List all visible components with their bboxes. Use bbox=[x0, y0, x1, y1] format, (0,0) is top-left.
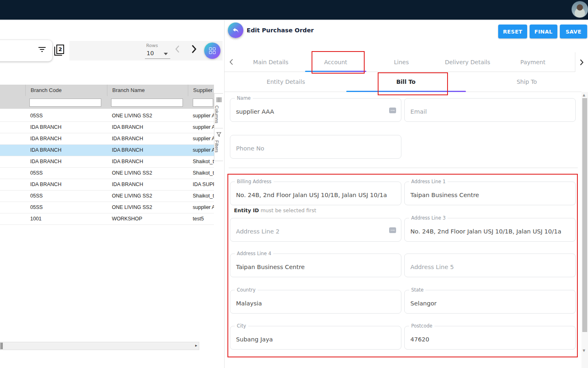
entity-id-helper-bold: Entity ID bbox=[234, 207, 259, 213]
pagination-toolbar: Rows 10 bbox=[69, 41, 223, 61]
horizontal-scrollbar[interactable]: ▸ bbox=[0, 342, 199, 350]
grid-view-button[interactable] bbox=[204, 43, 220, 59]
branch-name-filter-input[interactable] bbox=[111, 99, 183, 107]
column-header-supplier[interactable]: Supplier I bbox=[188, 85, 214, 96]
vertical-scrollbar-thumb[interactable] bbox=[582, 98, 587, 332]
cell-branch-name: IDA BRANCH bbox=[107, 156, 188, 167]
cell-branch-code: 05SS bbox=[25, 168, 107, 179]
horizontal-scrollbar-thumb[interactable] bbox=[0, 343, 3, 349]
back-button[interactable] bbox=[228, 22, 243, 38]
table-row[interactable]: 05SS ONE LIVING SS2 Shaikot_te bbox=[0, 168, 214, 179]
cell-branch-code: 05SS bbox=[25, 191, 107, 202]
grid-icon bbox=[209, 47, 216, 54]
cell-branch-name: IDA BRANCH bbox=[107, 179, 188, 190]
branch-list-panel: 2 Rows 10 Branch Code Branch Name Suppli… bbox=[0, 20, 224, 368]
tabs-scroll-right-icon[interactable] bbox=[575, 52, 588, 72]
address-line-1-field: Address Line 1 bbox=[404, 182, 576, 205]
scroll-down-arrow-icon[interactable]: ▼ bbox=[583, 349, 585, 352]
previous-page-button[interactable] bbox=[175, 45, 180, 55]
filters-funnel-icon bbox=[216, 132, 221, 137]
postcode-field: Postcode bbox=[404, 326, 576, 350]
column-header-branch-code[interactable]: Branch Code bbox=[25, 85, 107, 96]
entity-id-helper-text: Entity ID must be selected first bbox=[234, 207, 316, 213]
columns-toggle[interactable]: Columns bbox=[214, 94, 223, 128]
billing-address-input[interactable] bbox=[230, 182, 401, 205]
cell-branch-code: IDA BRANCH bbox=[25, 179, 107, 190]
cell-supplier: supplier A bbox=[188, 110, 214, 121]
cell-supplier: Shaikot_te bbox=[188, 156, 214, 167]
cell-supplier: supplier A bbox=[188, 122, 214, 133]
table-row[interactable]: IDA BRANCH IDA BRANCH supplier A bbox=[0, 122, 214, 133]
final-button[interactable]: FINAL bbox=[530, 25, 557, 38]
cell-branch-name: ONE LIVING SS2 bbox=[107, 202, 188, 213]
cell-branch-name: IDA BRANCH bbox=[107, 145, 188, 156]
name-input[interactable] bbox=[230, 99, 401, 121]
chevron-down-icon bbox=[164, 53, 168, 55]
address-line-1-input[interactable] bbox=[405, 182, 575, 205]
phone-input[interactable] bbox=[230, 135, 401, 158]
address-line-4-field: Address Line 4 bbox=[230, 254, 401, 277]
top-navigation-bar bbox=[0, 0, 588, 20]
table-row-selected[interactable]: IDA BRANCH IDA BRANCH supplier A bbox=[0, 145, 214, 156]
cell-branch-name: IDA BRANCH bbox=[107, 133, 188, 144]
table-row[interactable]: IDA BRANCH IDA BRANCH IDA SUPP bbox=[0, 179, 214, 191]
cell-branch-code: 05SS bbox=[25, 202, 107, 213]
rows-per-page-value: 10 bbox=[147, 50, 154, 56]
scroll-right-arrow-icon[interactable]: ▸ bbox=[195, 343, 197, 348]
next-page-button[interactable] bbox=[191, 45, 196, 55]
save-button[interactable]: SAVE bbox=[560, 25, 587, 38]
table-row[interactable]: 1001 WORKSHOP test5 bbox=[0, 213, 214, 225]
cell-branch-code: IDA BRANCH bbox=[25, 122, 107, 133]
cell-supplier: IDA SUPP bbox=[188, 179, 214, 190]
tabs-scroll-left-icon[interactable] bbox=[229, 59, 233, 67]
address-line-4-input[interactable] bbox=[230, 254, 401, 277]
table-row[interactable]: IDA BRANCH IDA BRANCH Shaikot_te bbox=[0, 156, 214, 168]
cell-supplier: supplier A bbox=[188, 145, 214, 156]
address-line-2-input[interactable] bbox=[230, 218, 401, 241]
tab-lines[interactable]: Lines bbox=[369, 52, 434, 72]
tab-delivery-details[interactable]: Delivery Details bbox=[435, 52, 500, 72]
state-input[interactable] bbox=[405, 290, 575, 313]
country-field: Country bbox=[230, 290, 401, 314]
country-input[interactable] bbox=[230, 290, 401, 313]
branch-code-filter-input[interactable] bbox=[29, 99, 101, 107]
subtab-bill-to[interactable]: Bill To bbox=[371, 72, 441, 92]
supplier-filter-input[interactable] bbox=[193, 99, 213, 107]
address-line-5-field bbox=[404, 254, 576, 277]
cell-branch-name: IDA BRANCH bbox=[107, 122, 188, 133]
postcode-input[interactable] bbox=[405, 326, 575, 349]
table-row[interactable]: IDA BRANCH IDA BRANCH supplier A bbox=[0, 133, 214, 145]
cell-branch-code: 05SS bbox=[25, 110, 107, 121]
cell-supplier: supplier A bbox=[188, 133, 214, 144]
table-side-strip: Columns Filters bbox=[214, 93, 223, 161]
subtab-entity-details[interactable]: Entity Details bbox=[251, 72, 321, 92]
address-line-5-input[interactable] bbox=[405, 254, 575, 277]
filter-count-icon[interactable]: 2 bbox=[54, 45, 65, 57]
city-input[interactable] bbox=[230, 326, 401, 349]
address-line-3-input[interactable] bbox=[405, 218, 575, 241]
tab-payment[interactable]: Payment bbox=[500, 52, 566, 72]
more-options-icon[interactable] bbox=[389, 227, 396, 233]
cell-branch-code: 1001 bbox=[25, 213, 107, 224]
tab-account[interactable]: Account bbox=[303, 52, 368, 72]
tab-main-details[interactable]: Main Details bbox=[238, 52, 303, 72]
filter-list-icon[interactable] bbox=[38, 47, 46, 53]
table-row[interactable]: 05SS ONE LIVING SS2 supplier A bbox=[0, 202, 214, 213]
reset-button[interactable]: RESET bbox=[498, 25, 527, 38]
rows-per-page-select[interactable]: 10 bbox=[145, 49, 170, 59]
table-row[interactable]: 05SS ONE LIVING SS2 Shaikot_te bbox=[0, 191, 214, 202]
scroll-up-arrow-icon[interactable]: ▲ bbox=[583, 93, 585, 97]
table-filter-row bbox=[0, 96, 214, 109]
email-input[interactable] bbox=[405, 99, 575, 121]
vertical-scrollbar[interactable]: ▲ ▼ bbox=[581, 92, 588, 368]
user-avatar[interactable] bbox=[571, 1, 588, 18]
more-options-icon[interactable] bbox=[389, 108, 396, 113]
subtab-ship-to[interactable]: Ship To bbox=[492, 72, 561, 92]
cell-branch-code: IDA BRANCH bbox=[25, 145, 107, 156]
edit-purchase-order-panel: Edit Purchase Order RESET FINAL SAVE Mai… bbox=[225, 20, 588, 368]
filters-toggle[interactable]: Filters bbox=[214, 128, 223, 161]
main-tab-bar: Main Details Account Lines Delivery Deta… bbox=[225, 52, 588, 72]
column-header-branch-name[interactable]: Branch Name bbox=[107, 85, 188, 96]
search-card[interactable] bbox=[0, 40, 52, 61]
table-row[interactable]: 05SS ONE LIVING SS2 supplier A bbox=[0, 110, 214, 122]
